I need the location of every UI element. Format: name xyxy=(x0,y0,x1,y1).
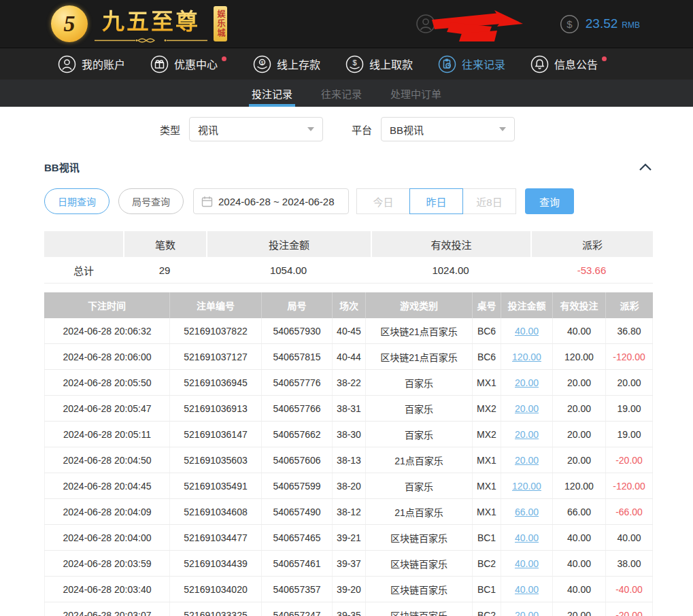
tab-pending-orders[interactable]: 处理中订单 xyxy=(388,80,444,107)
cell-time: 2024-06-28 20:04:00 xyxy=(44,525,170,550)
cell-valid-bet: 20.00 xyxy=(553,396,606,421)
round-query-button[interactable]: 局号查询 xyxy=(118,188,184,214)
bet-amount-link[interactable]: 40.00 xyxy=(515,584,539,595)
search-button[interactable]: 查询 xyxy=(525,188,574,214)
summary-header-cell: 投注金额 xyxy=(206,231,371,257)
quick-date-group: 今日 昨日 近8日 xyxy=(357,188,516,214)
bet-amount-link[interactable]: 20.00 xyxy=(515,610,539,616)
cell-order-no: 521691036147 xyxy=(170,422,262,447)
cell-order-no: 521691037127 xyxy=(170,344,262,369)
cell-session: 39-21 xyxy=(333,525,366,550)
cell-valid-bet: 20.00 xyxy=(553,447,606,473)
cell-table-no: BC2 xyxy=(473,602,501,616)
table-header-row: 下注时间 注单编号 局号 场次 游戏类别 桌号 投注金额 有效投注 派彩 xyxy=(44,292,653,318)
quick-btn-yesterday[interactable]: 昨日 xyxy=(409,188,463,214)
cell-table-no: MX1 xyxy=(473,370,501,395)
table-row: 2024-06-28 20:06:00 521691037127 5406578… xyxy=(44,344,653,370)
bet-amount-link[interactable]: 20.00 xyxy=(515,455,539,466)
summary-header-cell: 笔数 xyxy=(123,231,206,257)
col-header-payout: 派彩 xyxy=(606,292,653,318)
col-header-valid: 有效投注 xyxy=(553,292,606,318)
cell-order-no: 521691036945 xyxy=(170,370,262,395)
summary-header-row: 笔数 投注金额 有效投注 派彩 xyxy=(44,231,653,257)
bet-amount-link[interactable]: 66.00 xyxy=(515,507,539,517)
cell-order-no: 521691036913 xyxy=(170,396,262,421)
cell-order-no: 521691034020 xyxy=(170,577,262,602)
summary-total-label: 总计 xyxy=(44,257,123,283)
cell-round-no: 540657606 xyxy=(262,447,333,473)
cell-payout: 19.00 xyxy=(606,422,653,447)
cell-payout: 20.00 xyxy=(606,370,653,395)
col-header-table-no: 桌号 xyxy=(473,292,501,318)
quick-btn-today[interactable]: 今日 xyxy=(356,188,410,214)
bet-amount-link[interactable]: 20.00 xyxy=(515,403,539,414)
bet-amount-link[interactable]: 20.00 xyxy=(515,429,539,440)
top-header: 5 九五至尊 娱乐城 xyxy=(0,0,693,48)
type-select-value: 视讯 xyxy=(198,122,218,137)
cell-round-no: 540657930 xyxy=(262,318,333,343)
bet-amount-link[interactable]: 40.00 xyxy=(515,558,539,569)
cell-round-no: 540657662 xyxy=(262,422,333,447)
platform-filter-label: 平台 xyxy=(352,122,372,137)
platform-select[interactable]: BB视讯 xyxy=(381,117,515,141)
cell-time: 2024-06-28 20:03:59 xyxy=(44,551,170,576)
cell-round-no: 540657776 xyxy=(262,370,333,395)
date-query-button[interactable]: 日期查询 xyxy=(44,188,109,214)
summary-header-cell: 有效投注 xyxy=(371,231,530,257)
nav-item-withdraw[interactable]: $ 线上取款 xyxy=(345,55,413,73)
cell-time: 2024-06-28 20:03:40 xyxy=(44,577,170,602)
cell-table-no: BC1 xyxy=(473,577,501,602)
nav-item-promotions[interactable]: 优惠中心 xyxy=(150,55,228,73)
nav-label: 往来记录 xyxy=(462,56,505,72)
cell-valid-bet: 40.00 xyxy=(553,318,606,343)
cell-game: 区块链百家乐 xyxy=(366,602,473,616)
cell-order-no: 521691037822 xyxy=(170,318,262,343)
platform-select-value: BB视讯 xyxy=(390,122,424,137)
bet-amount-link[interactable]: 40.00 xyxy=(515,532,539,543)
table-row: 2024-06-28 20:03:07 521691033325 5406572… xyxy=(44,602,653,616)
collapse-section-button[interactable] xyxy=(639,163,652,171)
balance-currency: RMB xyxy=(622,18,640,30)
query-toolbar: 日期查询 局号查询 2024-06-28 ~ 2024-06-28 今日 昨日 … xyxy=(44,188,693,214)
col-header-time: 下注时间 xyxy=(44,292,170,318)
bet-amount-link[interactable]: 40.00 xyxy=(515,326,539,337)
type-select[interactable]: 视讯 xyxy=(189,117,323,141)
cell-round-no: 540657357 xyxy=(262,577,333,602)
quick-btn-last8days[interactable]: 近8日 xyxy=(462,188,516,214)
balance-display[interactable]: $ 23.52 RMB xyxy=(560,14,640,34)
bet-table-body: 2024-06-28 20:06:32 521691037822 5406579… xyxy=(44,318,653,616)
tab-bet-records[interactable]: 投注记录 xyxy=(249,80,295,107)
cell-round-no: 540657766 xyxy=(262,396,333,421)
nav-item-deposit[interactable]: $ 线上存款 xyxy=(253,55,320,73)
page: 5 九五至尊 娱乐城 xyxy=(0,0,693,616)
cell-order-no: 521691034439 xyxy=(170,551,262,576)
nav-item-my-account[interactable]: 我的账户 xyxy=(58,55,125,73)
cell-session: 39-37 xyxy=(333,551,366,576)
cell-game: 区块链百家乐 xyxy=(366,525,473,550)
cell-order-no: 521691034477 xyxy=(170,525,262,550)
bet-amount-link[interactable]: 20.00 xyxy=(515,377,539,388)
date-range-picker[interactable]: 2024-06-28 ~ 2024-06-28 xyxy=(193,188,349,214)
bet-amount-link[interactable]: 120.00 xyxy=(512,352,541,362)
tab-transaction-records[interactable]: 往来记录 xyxy=(318,80,365,107)
site-logo[interactable]: 5 九五至尊 娱乐城 xyxy=(51,3,227,44)
type-filter-label: 类型 xyxy=(160,122,180,137)
cell-round-no: 540657599 xyxy=(262,473,333,498)
nav-label: 线上存款 xyxy=(277,56,320,72)
cell-session: 38-12 xyxy=(333,499,366,524)
cell-payout: -20.00 xyxy=(606,447,653,473)
svg-text:$: $ xyxy=(567,18,573,30)
bet-amount-link[interactable]: 120.00 xyxy=(512,481,541,492)
cell-game: 百家乐 xyxy=(366,370,473,395)
table-row: 2024-06-28 20:04:09 521691034608 5406574… xyxy=(44,499,653,525)
svg-text:$: $ xyxy=(261,60,264,65)
nav-label: 我的账户 xyxy=(82,56,125,72)
summary-count: 29 xyxy=(123,257,206,283)
cell-session: 38-20 xyxy=(333,473,366,498)
nav-item-announcements[interactable]: 信息公告 xyxy=(530,55,608,73)
cell-valid-bet: 20.00 xyxy=(553,602,606,616)
cell-table-no: BC2 xyxy=(473,551,501,576)
nav-item-records[interactable]: 往来记录 xyxy=(438,55,505,73)
cell-game: 区块链百家乐 xyxy=(366,551,473,576)
cell-valid-bet: 40.00 xyxy=(553,551,606,576)
